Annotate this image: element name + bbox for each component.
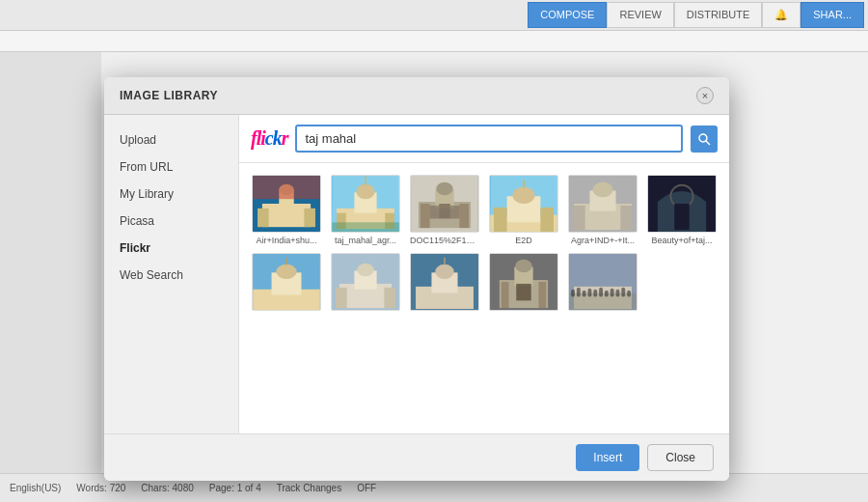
bottom-off: OFF [357,483,376,493]
nav-my-library[interactable]: My Library [104,181,238,208]
svg-rect-6 [258,209,269,227]
svg-rect-62 [502,282,509,308]
bottom-words: Words: 720 [76,483,125,493]
bottom-trackchanges: Track Changes [277,483,341,493]
image-thumb-1 [252,175,321,233]
image-item-9[interactable] [409,253,480,314]
svg-point-12 [356,184,374,199]
image-label-2: taj_mahal_agr... [335,236,396,245]
nav-upload[interactable]: Upload [104,126,238,153]
svg-rect-73 [599,288,603,297]
image-item-8[interactable] [330,253,401,314]
image-thumb-3 [410,175,479,233]
svg-line-1 [706,141,710,145]
svg-rect-38 [620,206,632,230]
ruler-bar [0,31,868,52]
nav-web-search[interactable]: Web Search [104,262,238,289]
svg-rect-77 [621,288,625,297]
image-item-10[interactable] [488,253,559,314]
nav-from-url[interactable]: From URL [104,153,238,181]
bottom-language: English(US) [10,483,61,493]
svg-rect-51 [336,288,347,308]
image-item-7[interactable] [251,253,322,314]
image-thumb-7 [252,253,321,311]
image-item-6[interactable]: Beauty+of+taj... [646,175,718,245]
svg-rect-32 [540,208,554,232]
svg-point-29 [512,187,534,204]
dialog-header: IMAGE LIBRARY × [104,77,729,115]
image-thumb-8 [331,253,400,311]
svg-point-36 [592,182,612,197]
svg-rect-16 [332,222,399,232]
svg-point-61 [515,260,531,273]
sidebar-background [0,52,101,473]
svg-rect-41 [674,204,689,230]
dialog-nav: Upload From URL My Library Picasa Flickr… [104,115,239,433]
image-library-dialog: IMAGE LIBRARY × Upload From URL My Libra… [104,77,729,481]
dialog-footer: Insert Close [104,433,729,481]
image-thumb-9 [410,253,479,311]
image-thumb-10 [489,253,558,311]
svg-point-0 [699,134,707,142]
svg-point-20 [436,182,452,196]
tab-share[interactable]: SHAR... [800,2,864,28]
close-button[interactable]: Close [647,444,714,471]
svg-rect-75 [610,289,614,297]
svg-rect-25 [439,204,450,218]
search-bar: flickr [239,115,729,163]
tab-review[interactable]: REVIEW [607,2,673,28]
image-item-2[interactable]: taj_mahal_agr... [330,175,401,245]
svg-rect-37 [574,206,585,230]
image-thumb-2 [331,175,400,233]
svg-rect-31 [494,208,507,232]
svg-rect-74 [605,291,609,297]
image-label-1: Air+India+shu... [256,236,316,245]
nav-picasa[interactable]: Picasa [104,208,238,235]
svg-rect-69 [577,288,581,297]
nav-flickr[interactable]: Flickr [104,235,238,262]
image-thumb-11 [568,253,637,311]
svg-rect-24 [450,206,460,219]
insert-button[interactable]: Insert [576,444,639,471]
dialog-content: flickr [239,115,729,433]
image-thumb-5 [568,175,637,233]
svg-rect-68 [571,290,575,297]
app-toolbar: COMPOSE REVIEW DISTRIBUTE 🔔 SHAR... [0,0,868,31]
svg-rect-71 [588,289,592,297]
tab-distribute[interactable]: DISTRIBUTE [674,2,762,28]
search-input[interactable] [295,125,683,153]
image-label-4: E2D [515,236,532,245]
svg-rect-23 [430,206,440,219]
image-item-11[interactable] [567,253,638,314]
svg-rect-76 [616,290,620,297]
bottom-page: Page: 1 of 4 [209,483,261,493]
search-button[interactable] [691,126,718,153]
image-item-5[interactable]: Agra+IND+-+It... [567,175,638,245]
svg-rect-78 [627,291,631,297]
image-item-4[interactable]: E2D [488,175,559,245]
svg-point-50 [357,264,373,277]
dialog-close-button[interactable]: × [696,87,714,104]
svg-rect-64 [516,284,530,300]
image-thumb-6 [647,175,717,233]
svg-rect-52 [384,288,395,308]
svg-rect-8 [253,176,320,199]
svg-rect-21 [420,204,430,228]
svg-rect-22 [459,204,469,228]
svg-rect-63 [538,282,546,308]
image-item-1[interactable]: Air+India+shu... [251,175,322,245]
image-label-3: DOC115%2F1430... [410,236,479,245]
search-icon [697,132,711,146]
image-grid: Air+India+shu... [239,163,729,433]
tab-bell[interactable]: 🔔 [762,2,800,28]
dialog-title: IMAGE LIBRARY [120,89,218,102]
svg-rect-70 [583,291,586,297]
image-item-3[interactable]: DOC115%2F1430... [409,175,480,245]
tab-compose[interactable]: COMPOSE [528,2,607,28]
bottom-chars: Chars: 4080 [141,483,193,493]
image-thumb-4 [489,175,558,233]
svg-point-56 [435,265,453,279]
svg-rect-7 [304,209,315,227]
toolbar-tabs: COMPOSE REVIEW DISTRIBUTE 🔔 SHAR... [528,2,864,28]
dialog-body: Upload From URL My Library Picasa Flickr… [104,115,729,433]
